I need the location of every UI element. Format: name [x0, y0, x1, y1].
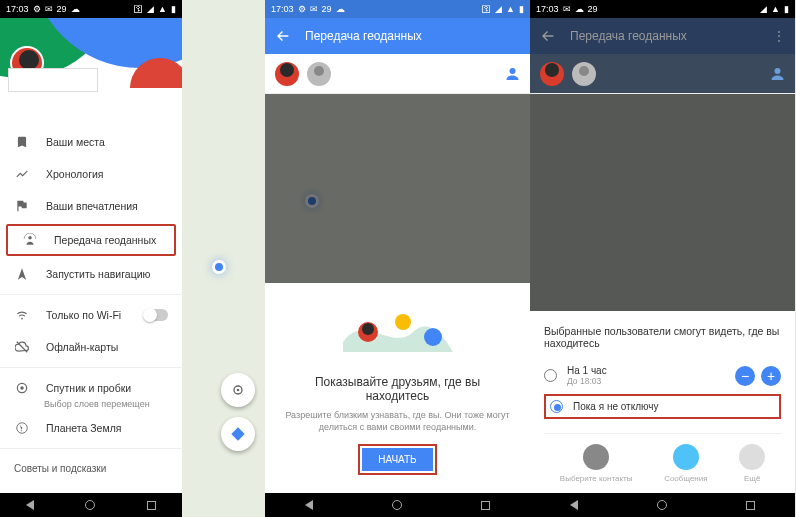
contact-avatar-self[interactable] — [275, 62, 299, 86]
highlight-start: НАЧАТЬ — [358, 444, 436, 475]
back-button[interactable] — [305, 500, 313, 510]
timeline-icon — [14, 167, 30, 181]
account-box[interactable] — [8, 68, 98, 92]
svg-point-3 — [21, 318, 23, 320]
menu-your-places[interactable]: Ваши места — [0, 126, 182, 158]
menu-timeline[interactable]: Хронология — [0, 158, 182, 190]
card-title: Показывайте друзьям, где вы находитесь — [283, 375, 512, 403]
appbar-title: Передача геоданных — [570, 29, 687, 43]
statusbar: 17:03⚙✉29☁ ⚿◢▲▮ — [265, 0, 530, 18]
my-location-fab[interactable] — [221, 373, 255, 407]
screen-share-intro: 17:03⚙✉29☁ ⚿◢▲▮ Передача геоданных Показ… — [265, 0, 530, 517]
duration-stepper: − + — [735, 366, 781, 386]
cloud-icon: ☁ — [336, 4, 345, 14]
back-button[interactable] — [570, 500, 578, 510]
wifi-icon: ▲ — [506, 4, 515, 14]
signal-icon: ◢ — [147, 4, 154, 14]
layers-icon — [14, 381, 30, 395]
menu-earth[interactable]: Планета Земля — [0, 412, 182, 444]
sheet-title: Выбранные пользователи смогут видеть, гд… — [544, 325, 781, 349]
start-button[interactable]: НАЧАТЬ — [362, 448, 432, 471]
contact-avatar-self[interactable] — [540, 62, 564, 86]
radio-icon — [550, 400, 563, 413]
plus-button[interactable]: + — [761, 366, 781, 386]
menu-contributions[interactable]: Ваши впечатления — [0, 190, 182, 222]
menu-sub: Выбор слоев перемещен — [0, 396, 182, 412]
recents-button[interactable] — [746, 501, 755, 510]
contact-avatar-empty[interactable] — [307, 62, 331, 86]
mail-icon: ✉ — [563, 4, 571, 14]
menu-wifi-only[interactable]: Только по Wi-Fi — [0, 299, 182, 331]
directions-fab[interactable] — [221, 417, 255, 451]
radio-icon — [544, 369, 557, 382]
contacts-row — [530, 54, 795, 94]
mail-icon: ✉ — [45, 4, 53, 14]
share-contacts[interactable]: Выберите контакты — [560, 444, 633, 483]
appbar: Передача геоданных — [265, 18, 530, 54]
gear-icon: ⚙ — [298, 4, 306, 14]
overflow-icon[interactable]: ⋮ — [773, 29, 785, 43]
option-until-off[interactable]: Пока я не отключу — [550, 398, 775, 415]
add-person-icon[interactable] — [502, 65, 520, 83]
menu-start-navigation[interactable]: Запустить навигацию — [0, 258, 182, 290]
android-navbar — [0, 493, 182, 517]
wifi-icon: ▲ — [771, 4, 780, 14]
time: 17:03 — [6, 4, 29, 14]
menu-label: Спутник и пробки — [46, 382, 131, 394]
bookmark-icon — [14, 135, 30, 149]
bottom-sheet: Выбранные пользователи смогут видеть, гд… — [530, 311, 795, 493]
android-navbar — [265, 493, 530, 517]
statusbar: 17:03⚙✉29☁ ⚿◢▲▮ — [0, 0, 182, 18]
back-button[interactable] — [26, 500, 34, 510]
home-button[interactable] — [657, 500, 667, 510]
contact-avatar-empty[interactable] — [572, 62, 596, 86]
earth-icon — [14, 421, 30, 435]
key-icon: ⚿ — [482, 4, 491, 14]
map-sliver — [182, 0, 265, 517]
appbar-title: Передача геоданных — [305, 29, 422, 43]
card-desc: Разрешите близким узнавать, где вы. Они … — [283, 409, 512, 434]
menu-label: Хронология — [46, 168, 104, 180]
share-location-icon — [22, 233, 38, 247]
battery-icon: ▮ — [519, 4, 524, 14]
cloud-icon: ☁ — [71, 4, 80, 14]
option-one-hour[interactable]: На 1 час До 18:03 − + — [544, 359, 781, 392]
nav-arrow-icon — [14, 267, 30, 281]
svg-point-7 — [510, 68, 516, 74]
recents-button[interactable] — [481, 501, 490, 510]
intro-card: Показывайте друзьям, где вы находитесь Р… — [265, 283, 530, 493]
screen-menu: 17:03⚙✉29☁ ⚿◢▲▮ Ваши места Хронология Ва… — [0, 0, 182, 517]
cloud-icon: ☁ — [575, 4, 584, 14]
appbar: Передача геоданных ⋮ — [530, 18, 795, 54]
back-icon[interactable] — [275, 28, 291, 44]
option-sub: До 18:03 — [567, 376, 607, 386]
home-button[interactable] — [85, 500, 95, 510]
share-more[interactable]: Ещё — [739, 444, 765, 483]
minus-button[interactable]: − — [735, 366, 755, 386]
menu-tips[interactable]: Советы и подсказки — [0, 453, 182, 484]
back-icon[interactable] — [540, 28, 556, 44]
drawer-menu: Ваши места Хронология Ваши впечатления П… — [0, 126, 182, 515]
location-dot — [212, 260, 226, 274]
home-button[interactable] — [392, 500, 402, 510]
key-icon: ⚿ — [134, 4, 143, 14]
share-messages[interactable]: Сообщения — [664, 444, 707, 483]
wifi-toggle[interactable] — [144, 309, 168, 321]
add-person-icon[interactable] — [767, 65, 785, 83]
option-label: На 1 час — [567, 365, 607, 376]
highlight-until-off: Пока я не отключу — [544, 394, 781, 419]
share-targets: Выберите контакты Сообщения Ещё — [544, 433, 781, 483]
mail-icon: ✉ — [310, 4, 318, 14]
screen-share-options: 17:03✉☁29 ◢▲▮ Передача геоданных ⋮ Выбра… — [530, 0, 795, 517]
wifi-icon: ▲ — [158, 4, 167, 14]
svg-point-1 — [237, 389, 240, 392]
menu-location-sharing[interactable]: Передача геоданных — [8, 226, 174, 254]
recents-button[interactable] — [147, 501, 156, 510]
offline-icon — [14, 340, 30, 354]
menu-offline-maps[interactable]: Офлайн-карты — [0, 331, 182, 363]
illustration — [283, 297, 512, 367]
battery-icon: ▮ — [171, 4, 176, 14]
menu-label: Офлайн-карты — [46, 341, 118, 353]
person-icon — [583, 444, 609, 470]
menu-label: Запустить навигацию — [46, 268, 150, 280]
